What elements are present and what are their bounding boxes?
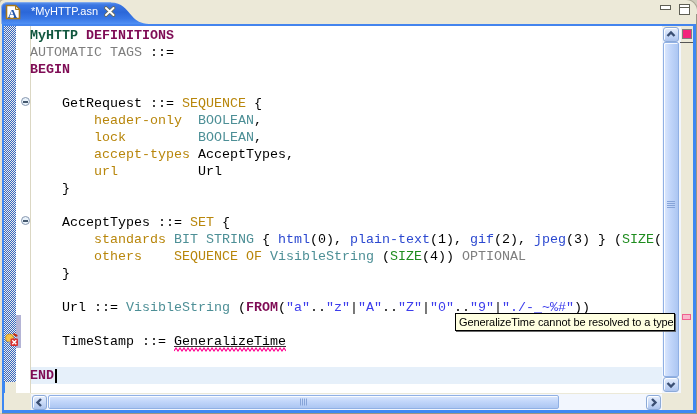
svg-text:A: A [8, 6, 18, 21]
